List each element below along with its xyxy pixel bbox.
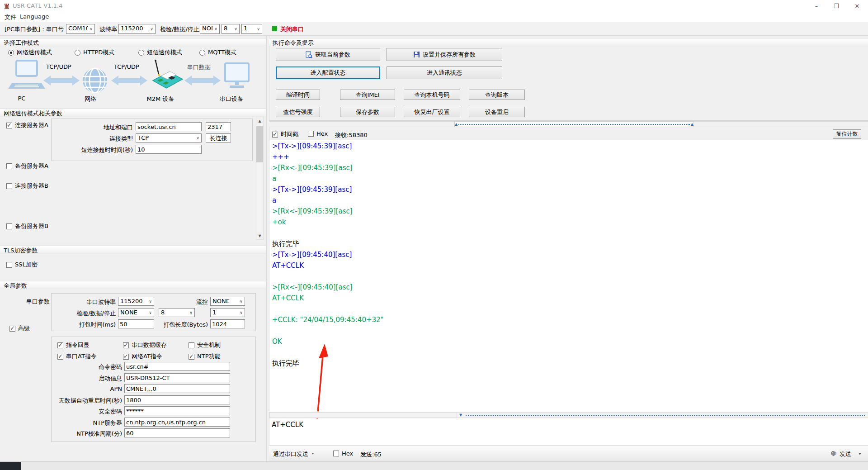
g-parity-value: NONE: [118, 309, 147, 317]
stopbits-select[interactable]: 1 ∨: [241, 24, 262, 34]
ntp-period-label: NTP校准周期(分): [54, 430, 122, 438]
restore-button[interactable]: ❐: [827, 0, 845, 12]
cmd-password-input[interactable]: usr.cn#: [124, 362, 230, 371]
send-button[interactable]: 发送: [840, 450, 851, 458]
splitter: [269, 411, 868, 412]
checkbox-icon: [308, 131, 314, 137]
g-stopbits-select[interactable]: 1 ∨: [210, 308, 245, 317]
enter-comm-state-button[interactable]: 进入通讯状态: [387, 66, 502, 79]
chevron-down-icon: ∨: [238, 309, 245, 317]
reset-counter-button[interactable]: 复位计数: [833, 129, 861, 139]
pack-len-input[interactable]: 1024: [210, 319, 245, 328]
send-hscrollbar[interactable]: ▼: [269, 412, 868, 418]
scroll-down-icon[interactable]: ▼: [256, 232, 263, 239]
conn-type-select[interactable]: TCP ∨: [136, 133, 202, 142]
dropdown-icon[interactable]: ▾: [859, 452, 861, 456]
g-baud-select[interactable]: 115200 ∨: [118, 297, 154, 306]
g-parity-select[interactable]: NONE ∨: [118, 308, 154, 317]
checkbox-label: NTP功能: [197, 352, 221, 361]
checkbox-net-at[interactable]: 网络AT指令: [123, 352, 162, 361]
log-hscrollbar[interactable]: ▲ ▲: [269, 121, 868, 127]
checkbox-cmd-echo[interactable]: 指令回显: [57, 341, 90, 349]
radio-httpd-mode[interactable]: HTTPD模式: [75, 48, 114, 57]
checkbox-ssl[interactable]: SSL加密: [6, 261, 38, 269]
parity-label: 检验/数据/停止: [160, 25, 199, 33]
server-a-port-input[interactable]: 2317: [206, 122, 231, 131]
menu-file[interactable]: 文件: [5, 13, 16, 21]
scrollbar-thumb[interactable]: [269, 412, 457, 418]
compile-time-button[interactable]: 编译时间: [276, 90, 320, 100]
databits-select[interactable]: 8 ∨: [222, 24, 240, 34]
radio-sms-mode[interactable]: 短信透传模式: [138, 48, 182, 57]
security-password-label: 安全密码: [54, 408, 122, 416]
auto-restart-label: 无数据自动重启时间(秒): [54, 397, 122, 405]
log-output[interactable]: >[Tx->][09:45:39][asc] +++ >[Rx<-][09:45…: [269, 140, 868, 411]
short-conn-timeout-label: 短连接超时时间(秒): [53, 146, 133, 154]
get-params-button[interactable]: 获取当前参数: [276, 48, 380, 61]
checkbox-label: Hex: [342, 450, 353, 457]
ntp-period-input[interactable]: 60: [124, 428, 230, 437]
factory-reset-button[interactable]: 恢复出厂设置: [404, 107, 460, 117]
menu-language[interactable]: Language: [20, 13, 49, 20]
checkbox-serial-cache[interactable]: 串口数据缓存: [123, 341, 167, 349]
dropdown-icon[interactable]: ▾: [312, 451, 314, 456]
checkbox-advanced[interactable]: 高级: [9, 324, 30, 332]
group-work-mode-header: 选择工作模式: [0, 38, 266, 46]
checkbox-backup-server-b[interactable]: 备份服务器B: [6, 222, 48, 230]
apn-input[interactable]: CMNET,,,0: [124, 384, 230, 393]
device-restart-button[interactable]: 设备重启: [469, 107, 525, 117]
boot-info-input[interactable]: USR-DR512-CT: [124, 373, 230, 382]
query-signal-button[interactable]: 查信号强度: [276, 107, 320, 117]
short-conn-timeout-input[interactable]: 10: [136, 145, 202, 154]
pc-serial-label: [PC串口参数]：串口号: [5, 25, 64, 33]
auto-restart-input[interactable]: 1800: [124, 395, 230, 404]
g-parity-label: 检验/数据/停止: [53, 309, 116, 318]
query-phone-number-button[interactable]: 查询本机号码: [404, 90, 460, 100]
radio-mqtt-mode[interactable]: MQTT模式: [199, 48, 236, 57]
query-imei-button[interactable]: 查询IMEI: [340, 90, 395, 100]
button-label: 进入配置状态: [311, 69, 346, 77]
checkbox-label: 串口数据缓存: [132, 341, 167, 349]
button-label: 进入通讯状态: [427, 69, 462, 77]
checkbox-send-hex[interactable]: Hex: [333, 450, 353, 457]
checkbox-server-a[interactable]: 连接服务器A: [6, 121, 48, 129]
parity-select[interactable]: NONI ∨: [200, 24, 220, 34]
checkbox-serial-at[interactable]: 串口AT指令: [57, 352, 97, 361]
checkbox-backup-server-a[interactable]: 备份服务器A: [6, 162, 48, 170]
scrollbar-thumb[interactable]: [256, 126, 263, 162]
scrollbar-thumb[interactable]: ▲ ▲: [454, 121, 694, 127]
security-password-input[interactable]: ******: [124, 406, 230, 415]
g-databits-select[interactable]: 8 ∨: [159, 308, 195, 317]
checkbox-ntp[interactable]: NTP功能: [189, 352, 221, 361]
ntp-server-input[interactable]: cn.ntp.org.cn,us.ntp.org.cn: [124, 418, 230, 427]
close-serial-button[interactable]: 关闭串口: [280, 25, 304, 33]
net-params-scrollbar[interactable]: ▲ ▼: [256, 117, 264, 240]
enter-config-state-button[interactable]: 进入配置状态: [276, 66, 380, 79]
flow-select[interactable]: NONE ∨: [210, 297, 245, 306]
g-stopbits-value: 1: [211, 309, 238, 317]
send-textarea[interactable]: AT+CCLK: [269, 418, 868, 445]
app-window: USR-CAT1 V1.1.4 – ❐ ✕ 文件 Language [PC串口参…: [0, 0, 868, 470]
save-params-button[interactable]: 保存参数: [340, 107, 395, 117]
pack-time-input[interactable]: 50: [118, 319, 154, 328]
checkbox-server-b[interactable]: 连接服务器B: [6, 182, 48, 190]
baud-select[interactable]: 115200 ∨: [118, 24, 156, 34]
conn-mode-box[interactable]: 长连接: [206, 133, 231, 142]
checkbox-security[interactable]: 安全机制: [189, 341, 221, 349]
checkbox-log-hex[interactable]: Hex: [308, 130, 328, 137]
network-globe-icon: [83, 68, 107, 93]
checkbox-timestamp[interactable]: 时间戳: [272, 130, 298, 138]
com-port-select[interactable]: COM10 ∨: [66, 24, 95, 34]
server-a-address-input[interactable]: socket.usr.cn: [136, 122, 202, 131]
parity-value: NONI: [200, 24, 212, 33]
minimize-button[interactable]: –: [807, 0, 826, 12]
checkbox-label: 指令回显: [66, 341, 90, 349]
scroll-up-icon[interactable]: ▲: [256, 117, 263, 124]
send-via-serial-button[interactable]: 通过串口发送: [273, 450, 308, 458]
dotted-line: [458, 124, 690, 125]
set-save-params-button[interactable]: 设置并保存所有参数: [387, 48, 502, 61]
radio-net-transparent-mode[interactable]: 网络透传模式: [8, 48, 52, 57]
query-version-button[interactable]: 查询版本: [469, 90, 525, 100]
close-button[interactable]: ✕: [848, 0, 866, 12]
flow-label: 流控: [172, 298, 208, 306]
